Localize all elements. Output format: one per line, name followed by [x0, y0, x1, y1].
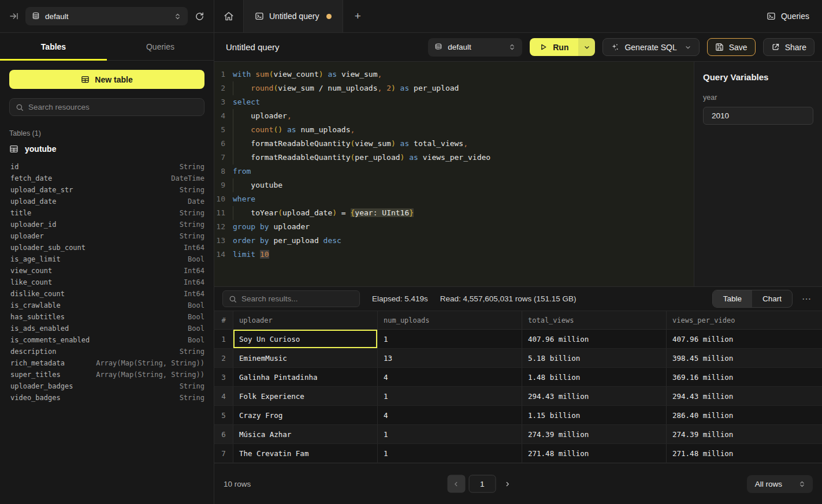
column-name: title: [10, 209, 31, 217]
variable-input-year[interactable]: [703, 107, 813, 125]
query-database-selector[interactable]: default: [428, 38, 522, 57]
table-cell[interactable]: EminemMusic: [233, 349, 378, 367]
header-total-views[interactable]: total_views: [522, 311, 667, 329]
new-table-button[interactable]: New table: [9, 70, 204, 89]
editor-line: 6 formatReadableQuantity(view_sum) as to…: [214, 137, 694, 151]
table-cell[interactable]: Crazy Frog: [233, 406, 378, 424]
editor-line: 1with sum(view_count) as view_sum,: [214, 68, 694, 81]
table-cell[interactable]: 271.48 million: [522, 444, 667, 462]
header-uploader[interactable]: uploader: [233, 311, 378, 329]
table-cell[interactable]: 4: [378, 368, 522, 386]
sidebar-body: New table Tables (1) youtube idStringfet…: [0, 61, 214, 404]
table-cell[interactable]: 1: [378, 444, 522, 462]
column-type: String: [180, 382, 204, 390]
tab-untitled-query[interactable]: Untitled query: [243, 0, 343, 32]
table-cell[interactable]: 1: [378, 330, 522, 348]
code-text: count() as num_uploads,: [233, 123, 355, 137]
column-name: description: [10, 348, 56, 356]
code-text: select: [233, 95, 260, 109]
table-cell[interactable]: 1.48 billion: [522, 368, 667, 386]
results-search-input[interactable]: [241, 294, 354, 303]
row-number: 3: [214, 368, 233, 386]
queries-button[interactable]: Queries: [767, 0, 822, 32]
sidebar-table-youtube[interactable]: youtube: [9, 144, 204, 154]
row-number: 4: [214, 387, 233, 405]
column-row: fetch_dateDateTime: [9, 173, 204, 184]
column-row: titleString: [9, 207, 204, 219]
current-page[interactable]: 1: [468, 475, 496, 493]
column-row: is_age_limitBool: [9, 253, 204, 265]
table-row: 7The Crevatin Fam1271.48 million271.48 m…: [214, 444, 822, 463]
sql-editor[interactable]: 1with sum(view_count) as view_sum,2 roun…: [214, 62, 694, 286]
code-text: group by uploader: [233, 220, 310, 234]
line-number: 11: [214, 206, 233, 220]
table-cell[interactable]: 407.96 million: [667, 330, 822, 348]
table-cell[interactable]: 1.15 billion: [522, 406, 667, 424]
elapsed-time: Elapsed: 5.419s: [372, 294, 428, 303]
column-type: String: [180, 221, 204, 229]
column-row: video_badgesString: [9, 392, 204, 404]
main-panel: Untitled query default Run: [214, 33, 822, 504]
sidebar: Tables Queries New table Tables (1): [0, 33, 214, 504]
table-grid-icon: [81, 75, 90, 84]
table-cell[interactable]: Soy Un Curioso: [233, 330, 378, 348]
column-row: uploader_sub_countInt64: [9, 242, 204, 253]
column-type: Bool: [188, 301, 204, 309]
page-size-selector[interactable]: All rows: [747, 475, 813, 493]
run-options-caret[interactable]: [578, 38, 595, 56]
run-button[interactable]: Run: [530, 38, 578, 56]
search-icon: [229, 295, 237, 303]
column-name: rich_metadata: [10, 359, 65, 367]
table-cell[interactable]: 1: [378, 425, 522, 443]
table-cell[interactable]: 13: [378, 349, 522, 367]
view-toggle-table[interactable]: Table: [713, 290, 752, 307]
table-cell[interactable]: 1: [378, 387, 522, 405]
resource-search-input[interactable]: [28, 103, 198, 111]
table-cell[interactable]: Folk Experience: [233, 387, 378, 405]
column-type: Int64: [184, 244, 204, 252]
line-number: 7: [214, 151, 233, 165]
header-num-uploads[interactable]: num_uploads: [378, 311, 522, 329]
table-cell[interactable]: The Crevatin Fam: [233, 444, 378, 462]
prev-page-button[interactable]: [447, 475, 465, 493]
line-number: 5: [214, 123, 233, 137]
collapse-sidebar-icon[interactable]: [9, 12, 18, 21]
view-toggle-chart[interactable]: Chart: [752, 290, 792, 307]
generate-sql-button[interactable]: Generate SQL: [602, 38, 699, 56]
share-button[interactable]: Share: [763, 38, 814, 56]
new-tab-button[interactable]: +: [343, 0, 372, 32]
line-number: 9: [214, 178, 233, 192]
table-cell[interactable]: 271.48 million: [667, 444, 822, 462]
row-count: 10 rows: [224, 480, 251, 488]
table-cell[interactable]: 294.43 million: [667, 387, 822, 405]
column-type: Bool: [188, 313, 204, 321]
chevron-down-icon[interactable]: [685, 44, 691, 51]
sql-editor-lines: 1with sum(view_count) as view_sum,2 roun…: [214, 68, 694, 262]
table-cell[interactable]: 407.96 million: [522, 330, 667, 348]
table-cell[interactable]: 4: [378, 406, 522, 424]
table-cell[interactable]: 5.18 billion: [522, 349, 667, 367]
sidebar-tab-tables[interactable]: Tables: [0, 33, 107, 60]
header-views-per-video[interactable]: views_per_video: [667, 311, 822, 329]
table-cell[interactable]: 369.16 million: [667, 368, 822, 386]
line-number: 2: [214, 81, 233, 95]
generate-sql-label: Generate SQL: [624, 43, 676, 52]
table-cell[interactable]: 398.45 million: [667, 349, 822, 367]
table-cell[interactable]: 274.39 million: [667, 425, 822, 443]
column-row: view_countInt64: [9, 265, 204, 277]
table-cell[interactable]: 294.43 million: [522, 387, 667, 405]
table-cell[interactable]: Música Azhar: [233, 425, 378, 443]
line-number: 10: [214, 192, 233, 206]
more-options-icon[interactable]: ⋯: [799, 293, 814, 304]
next-page-button[interactable]: [499, 475, 516, 493]
save-button-label: Save: [729, 43, 747, 52]
save-button[interactable]: Save: [707, 38, 756, 56]
table-cell[interactable]: Galinha Pintadinha: [233, 368, 378, 386]
refresh-icon[interactable]: [195, 12, 204, 21]
column-name: is_crawlable: [10, 301, 61, 309]
database-selector[interactable]: default: [25, 7, 188, 25]
table-cell[interactable]: 286.40 million: [667, 406, 822, 424]
table-cell[interactable]: 274.39 million: [522, 425, 667, 443]
home-button[interactable]: [214, 0, 243, 32]
sidebar-tab-queries[interactable]: Queries: [107, 33, 214, 60]
